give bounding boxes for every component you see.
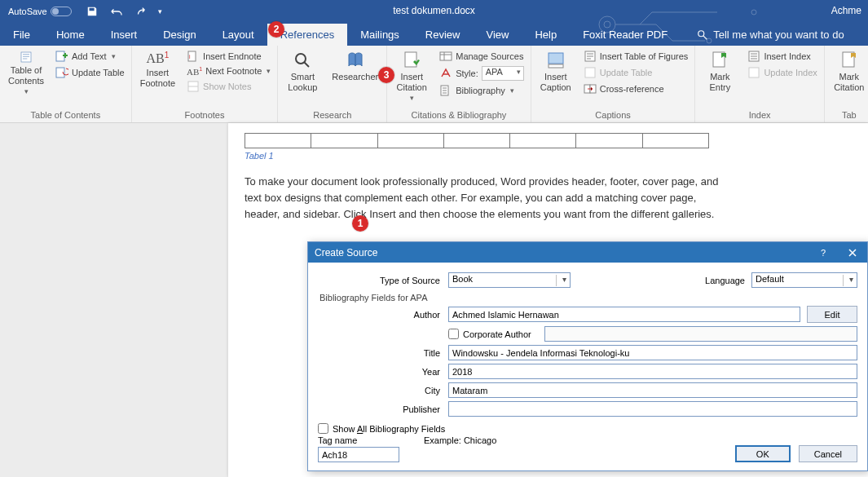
body-paragraph[interactable]: To make your document look professionall… bbox=[245, 174, 734, 223]
next-footnote-button[interactable]: AB1 Next Footnote bbox=[185, 65, 272, 77]
tab-layout[interactable]: Layout bbox=[209, 24, 267, 46]
style-value[interactable]: APA bbox=[482, 66, 524, 81]
tag-name-input[interactable] bbox=[318, 447, 399, 462]
insert-index-button[interactable]: Insert Index bbox=[746, 49, 818, 64]
ok-button[interactable]: OK bbox=[735, 445, 791, 462]
publisher-input[interactable] bbox=[448, 401, 857, 417]
svg-rect-18 bbox=[585, 68, 595, 77]
tell-me-label: Tell me what you want to do bbox=[713, 29, 844, 41]
mark-entry-button[interactable]: Mark Entry bbox=[700, 49, 739, 94]
mark-citation-button[interactable]: Mark Citation bbox=[830, 49, 868, 94]
mark-entry-icon bbox=[710, 51, 729, 70]
title-label: Title bbox=[318, 348, 448, 358]
question-icon: ? bbox=[818, 248, 828, 258]
tab-help[interactable]: Help bbox=[522, 24, 570, 46]
corporate-author-input[interactable] bbox=[448, 329, 459, 339]
cancel-button[interactable]: Cancel bbox=[799, 445, 857, 462]
document-table[interactable] bbox=[245, 133, 709, 148]
dialog-close-button[interactable] bbox=[838, 242, 867, 263]
svg-rect-16 bbox=[549, 64, 563, 68]
quick-access-toolbar: ▾ bbox=[86, 6, 162, 17]
dialog-titlebar[interactable]: Create Source ? bbox=[308, 242, 867, 263]
cross-reference-button[interactable]: Cross-reference bbox=[582, 82, 690, 96]
add-text-button[interactable]: Add Text bbox=[54, 49, 126, 64]
svg-point-2 bbox=[751, 10, 756, 15]
redo-icon[interactable] bbox=[135, 6, 147, 17]
year-input[interactable] bbox=[448, 364, 857, 379]
save-icon[interactable] bbox=[86, 6, 98, 17]
add-text-label: Add Text bbox=[72, 51, 107, 61]
city-input[interactable] bbox=[448, 382, 857, 398]
manage-sources-label: Manage Sources bbox=[456, 51, 523, 61]
dialog-help-button[interactable]: ? bbox=[809, 242, 838, 263]
citation-style-select[interactable]: Style: APA bbox=[438, 65, 526, 82]
tab-design[interactable]: Design bbox=[150, 24, 209, 46]
style-lbl: Style: bbox=[456, 68, 478, 78]
show-all-fields-checkbox[interactable]: Show All Bibliography Fields bbox=[318, 423, 496, 434]
add-text-icon bbox=[55, 50, 68, 63]
undo-icon[interactable] bbox=[109, 6, 124, 17]
type-of-source-select[interactable]: Book bbox=[448, 272, 571, 288]
svg-rect-15 bbox=[549, 53, 563, 64]
update-toc-button[interactable]: Update Table bbox=[54, 65, 126, 80]
cross-ref-label: Cross-reference bbox=[600, 84, 664, 94]
insert-index-icon bbox=[747, 50, 760, 63]
create-source-dialog: Create Source ? Type of Source Book Lang… bbox=[307, 241, 868, 471]
tab-view[interactable]: View bbox=[473, 24, 522, 46]
insert-tof-button[interactable]: Insert Table of Figures bbox=[582, 49, 690, 64]
insert-citation-button[interactable]: Insert Citation ▾ bbox=[392, 49, 431, 104]
autosave-toggle[interactable]: AutoSave bbox=[8, 7, 72, 16]
insert-footnote-button[interactable]: AB1 Insert Footnote bbox=[137, 49, 178, 91]
left-gutter bbox=[0, 123, 228, 477]
publisher-label: Publisher bbox=[318, 404, 448, 414]
language-label: Language bbox=[705, 276, 745, 285]
language-select[interactable]: Default bbox=[751, 272, 857, 288]
researcher-button[interactable]: Researcher bbox=[328, 49, 381, 84]
insert-caption-button[interactable]: Insert Caption bbox=[536, 49, 575, 94]
insert-citation-icon bbox=[402, 51, 421, 70]
insert-tof-label: Insert Table of Figures bbox=[600, 51, 689, 61]
insert-endnote-label: Insert Endnote bbox=[203, 51, 262, 61]
tell-me-search[interactable]: Tell me what you want to do bbox=[697, 29, 844, 46]
tab-file[interactable]: File bbox=[0, 24, 43, 46]
manage-sources-button[interactable]: Manage Sources bbox=[438, 49, 526, 64]
bibliography-button[interactable]: Bibliography bbox=[438, 83, 526, 98]
tab-home[interactable]: Home bbox=[43, 24, 98, 46]
tab-review[interactable]: Review bbox=[412, 24, 474, 46]
insert-endnote-button[interactable]: i Insert Endnote bbox=[185, 49, 272, 64]
title-input[interactable] bbox=[448, 345, 857, 360]
insert-footnote-label: Insert Footnote bbox=[140, 68, 175, 88]
author-input[interactable] bbox=[448, 307, 800, 322]
svg-rect-13 bbox=[440, 52, 452, 60]
update-toc-label: Update Table bbox=[72, 68, 125, 77]
tab-insert[interactable]: Insert bbox=[98, 24, 151, 46]
group-toc: Table of Contents ▾ Add Text Update Tabl… bbox=[0, 46, 132, 122]
tab-foxit[interactable]: Foxit Reader PDF bbox=[570, 24, 681, 46]
next-footnote-label: Next Footnote bbox=[205, 66, 262, 76]
corporate-author-checkbox[interactable]: Corporate Author bbox=[448, 329, 531, 339]
autosave-switch-icon[interactable] bbox=[51, 7, 72, 16]
smart-lookup-icon bbox=[293, 51, 312, 70]
tab-mailings[interactable]: Mailings bbox=[347, 24, 412, 46]
svg-rect-5 bbox=[21, 52, 31, 62]
group-footnotes: AB1 Insert Footnote i Insert Endnote AB1… bbox=[132, 46, 279, 122]
update-index-button: Update Index bbox=[746, 65, 818, 80]
group-authorities: Mark Citation Tab bbox=[825, 46, 868, 122]
style-icon bbox=[439, 67, 452, 80]
group-label-authorities: Tab bbox=[830, 108, 868, 122]
researcher-icon bbox=[346, 51, 365, 70]
insert-index-label: Insert Index bbox=[764, 51, 810, 61]
qat-customize-icon[interactable]: ▾ bbox=[158, 7, 162, 15]
city-label: City bbox=[318, 386, 448, 395]
account-name[interactable]: Achme bbox=[831, 5, 861, 16]
author-edit-button[interactable]: Edit bbox=[807, 306, 857, 323]
insert-citation-label: Insert Citation bbox=[397, 72, 427, 92]
ribbon-tabs: File Home Insert Design Layout Reference… bbox=[0, 23, 868, 46]
show-all-fields-input[interactable] bbox=[318, 423, 328, 434]
type-of-source-label: Type of Source bbox=[318, 276, 448, 285]
show-all-fields-label: Show All Bibliography Fields bbox=[333, 424, 445, 434]
group-label-toc: Table of Contents bbox=[5, 108, 126, 122]
toc-button[interactable]: Table of Contents ▾ bbox=[5, 49, 47, 98]
show-notes-label: Show Notes bbox=[203, 82, 251, 91]
smart-lookup-button[interactable]: Smart Lookup bbox=[283, 49, 322, 94]
